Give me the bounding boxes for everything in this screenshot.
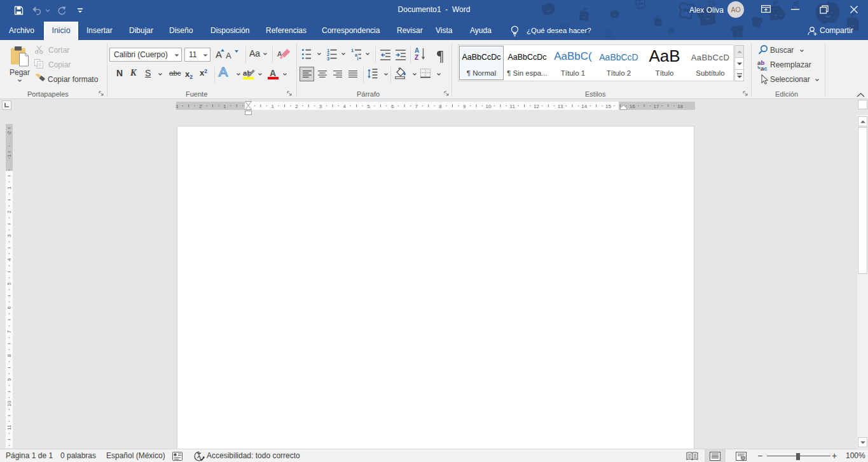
svg-text:5: 5 (6, 282, 12, 285)
svg-text:9: 9 (463, 104, 466, 109)
svg-text:3: 3 (327, 56, 329, 60)
svg-text:3: 3 (319, 104, 322, 109)
svg-text:14: 14 (581, 104, 587, 109)
svg-text:2: 2 (295, 104, 298, 109)
svg-text:10: 10 (6, 400, 12, 406)
svg-text:6: 6 (391, 104, 394, 109)
svg-text:5: 5 (367, 104, 370, 109)
svg-text:6: 6 (6, 306, 12, 309)
svg-text:1: 1 (351, 48, 354, 53)
svg-text:9: 9 (6, 378, 12, 381)
svg-text:4: 4 (6, 258, 12, 261)
svg-text:16: 16 (630, 104, 635, 109)
svg-text:1: 1 (271, 104, 274, 109)
svg-text:2: 2 (6, 210, 12, 214)
svg-text:8: 8 (6, 354, 12, 357)
svg-text:1: 1 (6, 186, 12, 189)
svg-text:18: 18 (677, 104, 683, 109)
svg-text:11: 11 (6, 425, 12, 430)
svg-text:3: 3 (6, 234, 12, 237)
svg-text:13: 13 (558, 104, 563, 109)
svg-text:17: 17 (653, 104, 659, 109)
svg-text:15: 15 (605, 104, 611, 109)
svg-text:11: 11 (510, 104, 516, 109)
svg-text:i: i (357, 56, 359, 60)
svg-text:7: 7 (6, 330, 12, 333)
svg-text:7: 7 (415, 104, 418, 109)
svg-text:1: 1 (223, 104, 226, 109)
svg-text:2: 2 (6, 131, 12, 134)
svg-text:2: 2 (199, 104, 202, 109)
svg-text:c: c (764, 65, 767, 71)
svg-text:Z: Z (415, 54, 418, 61)
svg-text:10: 10 (486, 104, 492, 109)
svg-text:12: 12 (534, 104, 539, 109)
svg-text:3: 3 (176, 104, 179, 109)
svg-text:8: 8 (439, 104, 442, 109)
svg-text:A: A (415, 47, 419, 54)
svg-text:4: 4 (343, 104, 347, 109)
svg-text:1: 1 (6, 154, 12, 157)
